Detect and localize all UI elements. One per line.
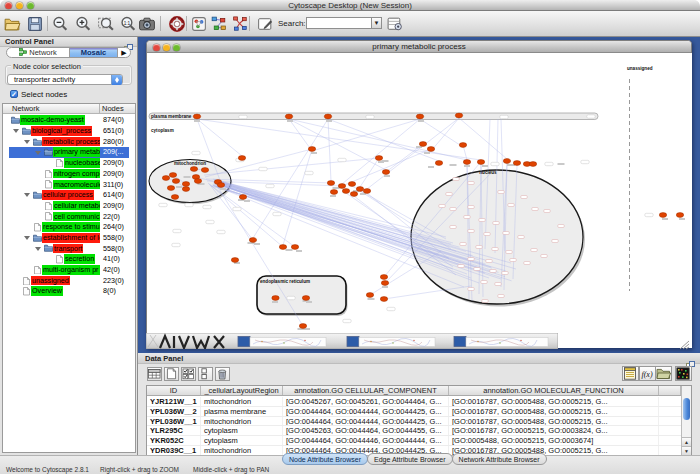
network-node[interactable]: [455, 113, 462, 118]
network-node[interactable]: [324, 114, 331, 119]
network-node[interactable]: [238, 156, 245, 161]
network-node[interactable]: [308, 147, 315, 152]
zoom-fit-button[interactable]: [97, 15, 115, 33]
column-header[interactable]: ID: [147, 386, 201, 395]
network-node[interactable]: [201, 168, 208, 173]
tree-row[interactable]: response to stimul264(0): [3, 222, 135, 233]
tab-network[interactable]: Network: [7, 48, 69, 57]
attr-check-button[interactable]: [181, 367, 196, 381]
data-panel-float-icon[interactable]: [686, 355, 695, 363]
tree-label[interactable]: macromolecule: [53, 180, 100, 190]
tree-row[interactable]: nitrogen compo209(0): [3, 168, 135, 179]
network-node[interactable]: [459, 143, 466, 148]
table-row[interactable]: YLR295Ccytoplasm[GO:0045263, GO:0044464,…: [147, 426, 681, 436]
network-node[interactable]: [380, 275, 387, 280]
network-node[interactable]: [363, 189, 370, 194]
tree-label[interactable]: response to stimul: [42, 222, 100, 232]
tree-label[interactable]: cellular metabo: [53, 201, 100, 211]
network-node[interactable]: [356, 187, 363, 192]
network-node[interactable]: [416, 114, 423, 119]
tree-row[interactable]: mosaic-demo-yeast874(0): [3, 115, 135, 126]
attr-new-button[interactable]: [164, 367, 179, 381]
tree-label[interactable]: cell communicat: [53, 212, 100, 222]
minimized-frame-icon[interactable]: [454, 337, 466, 347]
network-node[interactable]: [327, 181, 334, 186]
network-node[interactable]: [659, 213, 666, 218]
annotate-button[interactable]: [256, 15, 274, 33]
tree-row[interactable]: metabolic process280(0): [3, 136, 135, 147]
expand-arrow-icon[interactable]: [13, 129, 19, 133]
network-node[interactable]: [513, 161, 520, 166]
float-panel-icon[interactable]: [124, 38, 133, 46]
tree-label[interactable]: transport: [53, 244, 83, 254]
network-node[interactable]: [330, 190, 337, 195]
lifering-button[interactable]: [168, 15, 186, 33]
tree-label[interactable]: nucleobase-: [64, 158, 100, 168]
network-node[interactable]: [171, 195, 178, 200]
network-node[interactable]: [375, 156, 382, 161]
formula-fx-button[interactable]: f(x): [639, 366, 656, 381]
tree-label[interactable]: metabolic process: [42, 137, 100, 147]
expand-arrow-icon[interactable]: [35, 247, 41, 251]
zoom-in-button[interactable]: [74, 15, 92, 33]
network-node[interactable]: [190, 167, 197, 172]
tree-row[interactable]: biological_process651(0): [3, 126, 135, 137]
scroll-down-button[interactable]: ▼: [682, 446, 691, 455]
vizmapper-button[interactable]: [190, 15, 208, 33]
table-row[interactable]: YJR121W__1mitochondrion[GO:0045267, GO:0…: [147, 397, 681, 407]
select-nodes-checkbox[interactable]: ✓: [10, 90, 18, 98]
network-node[interactable]: [435, 161, 442, 166]
minimized-windows-strip[interactable]: [146, 333, 558, 349]
table-row[interactable]: YPL036W__2plasma membrane[GO:0044464, GO…: [147, 407, 681, 417]
table-row[interactable]: YKR052Ccytoplasm[GO:0044464, GO:0044446,…: [147, 436, 681, 446]
tree-label[interactable]: nitrogen compo: [53, 169, 100, 179]
tree-col-network[interactable]: Network: [12, 104, 40, 113]
node-color-select[interactable]: transporter activity: [7, 74, 123, 85]
tab-overflow-button[interactable]: ▶: [118, 48, 130, 57]
network-node[interactable]: [380, 297, 387, 302]
network-node[interactable]: [338, 184, 345, 189]
network-node[interactable]: [366, 293, 373, 298]
network-node[interactable]: [529, 162, 536, 167]
network-node[interactable]: [348, 182, 355, 187]
tree-row[interactable]: cell communicat22(0): [3, 211, 135, 222]
tree-col-nodes[interactable]: Nodes: [102, 104, 124, 113]
attribute-browser-tab[interactable]: Network Attribute Browser: [452, 453, 547, 465]
network-node[interactable]: [291, 245, 298, 250]
tree-label[interactable]: secretion: [64, 254, 95, 264]
tree-row[interactable]: establishment of lo558(0): [3, 233, 135, 244]
network-node[interactable]: [193, 114, 200, 119]
search-config-button[interactable]: [386, 15, 404, 33]
network-canvas[interactable]: plasma membranecytoplasmmitochondrionnuc…: [147, 53, 692, 348]
scroll-up-button[interactable]: ▲: [682, 437, 691, 446]
network-node[interactable]: [239, 195, 246, 200]
network-node[interactable]: [463, 160, 470, 165]
attribute-browser-tab[interactable]: Node Attribute Browser: [282, 453, 368, 465]
expand-arrow-icon[interactable]: [35, 151, 41, 155]
network-node[interactable]: [217, 183, 224, 188]
network-node[interactable]: [381, 281, 388, 286]
tree-row[interactable]: cellular metabo209(0): [3, 201, 135, 212]
network-node[interactable]: [676, 213, 683, 218]
network-node[interactable]: [503, 159, 510, 164]
tree-label[interactable]: establishment of lo: [42, 233, 100, 243]
resize-grip-icon[interactable]: [679, 336, 690, 346]
network-node[interactable]: [382, 170, 389, 175]
network-node[interactable]: [272, 296, 279, 301]
tree-label[interactable]: mosaic-demo-yeast: [20, 115, 85, 125]
tree-row[interactable]: transport558(0): [3, 243, 135, 254]
tree-row[interactable]: secretion41(0): [3, 254, 135, 265]
network-window-titlebar[interactable]: primary metabolic process: [147, 41, 691, 53]
network-node[interactable]: [231, 258, 238, 263]
attr-cells-button[interactable]: [198, 367, 213, 381]
expand-arrow-icon[interactable]: [24, 193, 30, 197]
search-input[interactable]: [306, 17, 371, 29]
network-node[interactable]: [285, 114, 292, 119]
tree-label[interactable]: primary metabo: [53, 147, 100, 157]
tree-label[interactable]: unassigned: [31, 276, 70, 286]
network-node[interactable]: [194, 179, 201, 184]
zoom-out-button[interactable]: [51, 15, 69, 33]
network-node[interactable]: [299, 324, 306, 329]
attribute-browser-tab[interactable]: Edge Attribute Browser: [367, 453, 453, 465]
network-node[interactable]: [419, 142, 426, 147]
